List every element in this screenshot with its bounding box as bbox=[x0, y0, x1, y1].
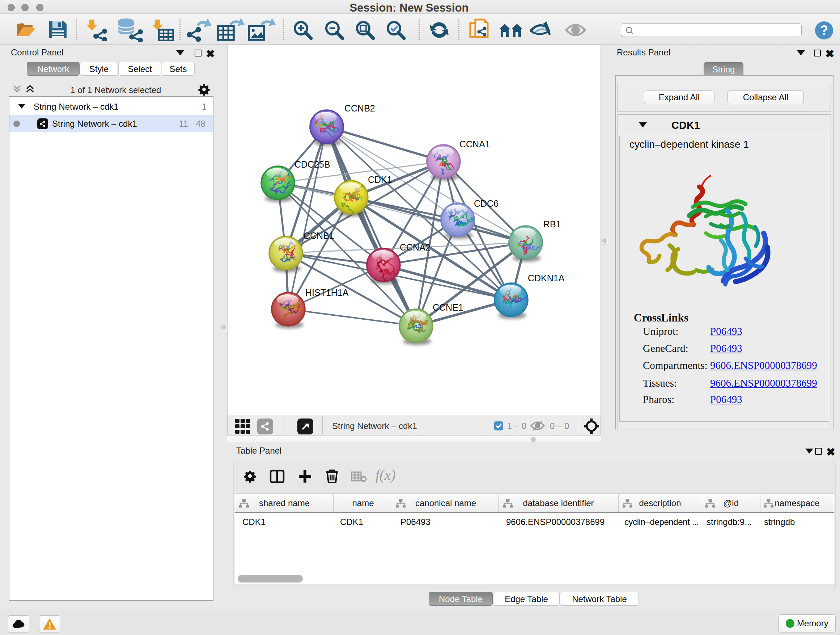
svg-text:CCNB1: CCNB1 bbox=[303, 231, 334, 241]
svg-text:CDC25B: CDC25B bbox=[294, 159, 330, 169]
svg-text:CDK1: CDK1 bbox=[368, 174, 392, 185]
svg-text:RB1: RB1 bbox=[543, 219, 561, 229]
svg-text:HIST1H1A: HIST1H1A bbox=[305, 287, 349, 298]
svg-text:CCNA1: CCNA1 bbox=[459, 139, 490, 149]
svg-text:CDKN1A: CDKN1A bbox=[528, 273, 565, 283]
svg-text:CCNB2: CCNB2 bbox=[344, 103, 375, 113]
svg-text:?: ? bbox=[820, 23, 828, 38]
svg-text:CCNE1: CCNE1 bbox=[433, 302, 463, 312]
svg-text:CCNA2: CCNA2 bbox=[400, 242, 431, 252]
svg-text:CDC6: CDC6 bbox=[474, 198, 499, 209]
